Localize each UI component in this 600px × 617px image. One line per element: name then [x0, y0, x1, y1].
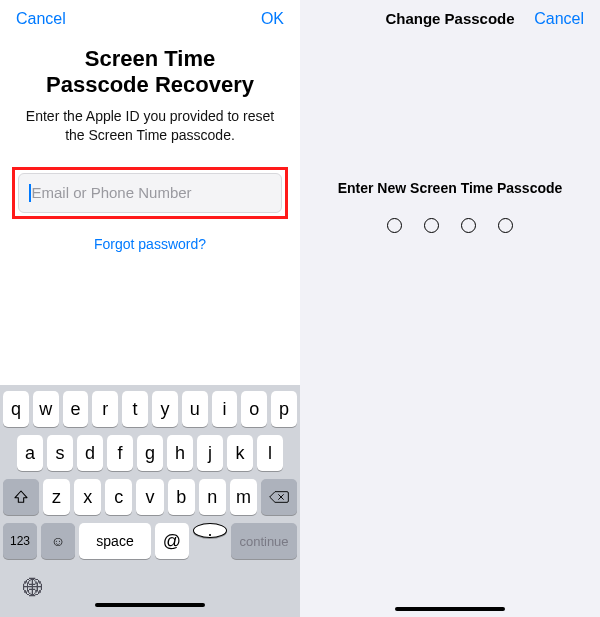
passcode-prompt: Enter New Screen Time Passcode [300, 180, 600, 233]
keyboard-row-1: q w e r t y u i o p [3, 391, 297, 427]
passcode-prompt-label: Enter New Screen Time Passcode [300, 180, 600, 196]
key-a[interactable]: a [17, 435, 43, 471]
highlighted-input-wrapper: Email or Phone Number [12, 167, 288, 219]
home-indicator[interactable] [395, 607, 505, 611]
key-n[interactable]: n [199, 479, 226, 515]
cancel-button[interactable]: Cancel [16, 10, 66, 28]
key-v[interactable]: v [136, 479, 163, 515]
input-placeholder: Email or Phone Number [32, 184, 192, 201]
shift-icon [13, 489, 29, 505]
keyboard-bottom-bar: 🌐︎ [3, 567, 297, 613]
text-caret [29, 184, 31, 202]
key-f[interactable]: f [107, 435, 133, 471]
software-keyboard: q w e r t y u i o p a s d f g h j k l z [0, 385, 300, 617]
dot-key[interactable]: . [193, 523, 227, 538]
key-q[interactable]: q [3, 391, 29, 427]
passcode-dots [300, 218, 600, 233]
passcode-dot [424, 218, 439, 233]
key-r[interactable]: r [92, 391, 118, 427]
nav-bar: Change Passcode Cancel [300, 0, 600, 35]
nav-bar: Cancel OK [0, 0, 300, 36]
passcode-dot [461, 218, 476, 233]
keyboard-row-2: a s d f g h j k l [3, 435, 297, 471]
key-o[interactable]: o [241, 391, 267, 427]
key-e[interactable]: e [63, 391, 89, 427]
key-u[interactable]: u [182, 391, 208, 427]
forgot-password-row: Forgot password? [0, 235, 300, 253]
screen-time-recovery-modal: Cancel OK Screen Time Passcode Recovery … [0, 0, 300, 617]
apple-id-input[interactable]: Email or Phone Number [18, 173, 282, 213]
ok-button[interactable]: OK [261, 10, 284, 28]
key-g[interactable]: g [137, 435, 163, 471]
change-passcode-screen: Change Passcode Cancel Enter New Screen … [300, 0, 600, 617]
nav-title: Change Passcode [385, 10, 514, 27]
key-c[interactable]: c [105, 479, 132, 515]
key-t[interactable]: t [122, 391, 148, 427]
key-m[interactable]: m [230, 479, 257, 515]
passcode-dot [387, 218, 402, 233]
hero-section: Screen Time Passcode Recovery Enter the … [0, 36, 300, 145]
key-j[interactable]: j [197, 435, 223, 471]
key-p[interactable]: p [271, 391, 297, 427]
key-z[interactable]: z [43, 479, 70, 515]
key-h[interactable]: h [167, 435, 193, 471]
space-key[interactable]: space [79, 523, 151, 559]
cancel-button[interactable]: Cancel [534, 10, 584, 28]
continue-key[interactable]: continue [231, 523, 297, 559]
key-s[interactable]: s [47, 435, 73, 471]
backspace-key[interactable] [261, 479, 297, 515]
passcode-dot [498, 218, 513, 233]
globe-icon[interactable]: 🌐︎ [23, 577, 43, 600]
page-title: Screen Time Passcode Recovery [22, 46, 278, 99]
key-i[interactable]: i [212, 391, 238, 427]
emoji-key[interactable]: ☺ [41, 523, 75, 559]
key-w[interactable]: w [33, 391, 59, 427]
home-indicator[interactable] [95, 603, 205, 607]
key-d[interactable]: d [77, 435, 103, 471]
shift-key[interactable] [3, 479, 39, 515]
backspace-icon [268, 489, 290, 505]
key-k[interactable]: k [227, 435, 253, 471]
page-subtitle: Enter the Apple ID you provided to reset… [22, 107, 278, 145]
forgot-password-link[interactable]: Forgot password? [94, 236, 206, 252]
keyboard-row-3: z x c v b n m [3, 479, 297, 515]
key-x[interactable]: x [74, 479, 101, 515]
emoji-icon: ☺ [51, 533, 65, 549]
key-l[interactable]: l [257, 435, 283, 471]
key-b[interactable]: b [168, 479, 195, 515]
at-key[interactable]: @ [155, 523, 189, 559]
keyboard-row-4: 123 ☺ space @ . continue [3, 523, 297, 559]
key-y[interactable]: y [152, 391, 178, 427]
numbers-key[interactable]: 123 [3, 523, 37, 559]
